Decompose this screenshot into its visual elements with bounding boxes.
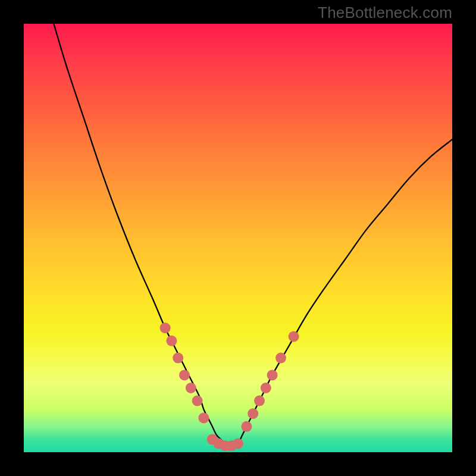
left-cluster-1 bbox=[160, 322, 171, 333]
valley-5 bbox=[233, 439, 243, 449]
plot-area bbox=[24, 24, 452, 452]
left-cluster-5 bbox=[186, 383, 196, 393]
right-outlier bbox=[289, 331, 299, 342]
chart-container: TheBottleneck.com bbox=[0, 0, 476, 476]
plot-svg bbox=[24, 24, 452, 452]
right-cluster-5 bbox=[267, 369, 278, 380]
left-cluster-6 bbox=[192, 396, 203, 406]
right-cluster-3 bbox=[254, 396, 265, 406]
right-cluster-2 bbox=[248, 408, 258, 419]
right-cluster-1 bbox=[241, 421, 252, 432]
bottleneck-curve bbox=[54, 24, 452, 446]
data-points-group bbox=[160, 322, 299, 451]
right-cluster-4 bbox=[261, 383, 271, 393]
left-cluster-2 bbox=[166, 336, 177, 346]
left-cluster-7 bbox=[198, 412, 209, 423]
watermark-text: TheBottleneck.com bbox=[318, 4, 452, 22]
right-cluster-6 bbox=[275, 353, 286, 364]
left-cluster-3 bbox=[173, 353, 183, 364]
left-cluster-4 bbox=[179, 369, 190, 380]
